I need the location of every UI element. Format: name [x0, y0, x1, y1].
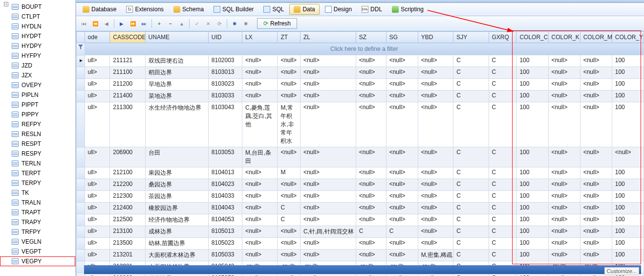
- tab-database[interactable]: Database: [78, 4, 121, 15]
- sidebar-item-pippt[interactable]: +PIPPT: [0, 100, 75, 110]
- cell-zt[interactable]: <null>: [278, 191, 301, 203]
- cell-sz[interactable]: <null>: [356, 250, 386, 261]
- cell-m[interactable]: <null>: [580, 179, 612, 191]
- cell-uname[interactable]: 大面积灌木林边界: [145, 250, 208, 261]
- cell-uid[interactable]: 8103023: [208, 79, 242, 91]
- commit-button[interactable]: ✓: [192, 19, 202, 28]
- cell-sjy[interactable]: C: [453, 214, 489, 226]
- sidebar-item-trapy[interactable]: +TRAPY: [0, 217, 75, 227]
- cell-c[interactable]: 100: [516, 91, 548, 102]
- sidebar-item-boupt[interactable]: +BOUPT: [0, 2, 75, 12]
- cell-c[interactable]: 100: [516, 191, 548, 203]
- cell-uid[interactable]: 8105013: [208, 226, 242, 238]
- cell-sjy[interactable]: C: [453, 226, 489, 238]
- cell-zt[interactable]: <null>: [278, 67, 301, 79]
- cell-k[interactable]: <null>: [548, 191, 580, 203]
- cell-lx[interactable]: C,菱角,莲藕,茭白,其他: [242, 102, 278, 147]
- column-header-color_y[interactable]: COLOR_Y: [612, 32, 644, 43]
- delete-row-button[interactable]: −: [166, 19, 175, 28]
- column-header-color_k[interactable]: COLOR_K: [548, 32, 580, 43]
- cell-y[interactable]: 100: [612, 91, 644, 102]
- cell-y[interactable]: 100: [612, 238, 644, 250]
- cell-uid[interactable]: 8102003: [208, 55, 242, 67]
- sidebar-item-jzd[interactable]: +JZD: [0, 61, 75, 70]
- cell-k[interactable]: <null>: [548, 167, 580, 179]
- cell-ybd[interactable]: <null>: [418, 167, 453, 179]
- cell-uid[interactable]: 8103043: [208, 102, 242, 147]
- table-row[interactable]: ull>213201大面积灌木林边界8105033<null><null><nu…: [77, 250, 644, 261]
- tab-sql-builder[interactable]: SQL Builder: [209, 4, 258, 15]
- cell-zl[interactable]: <null>: [300, 238, 356, 250]
- cell-c[interactable]: 100: [516, 147, 548, 167]
- cell-lx[interactable]: <null>: [242, 179, 278, 191]
- sidebar-item-jzx[interactable]: +JZX: [0, 70, 75, 80]
- cell-uid[interactable]: 8103053: [208, 147, 242, 167]
- cell-zl[interactable]: <null>: [300, 191, 356, 203]
- cell-ybd[interactable]: <null>: [418, 91, 453, 102]
- cell-m[interactable]: <null>: [580, 214, 612, 226]
- cell-casscode[interactable]: 212500: [110, 214, 145, 226]
- table-row[interactable]: ull>211400菜地边界8103033<null><null><null><…: [77, 91, 644, 102]
- cell-ybd[interactable]: <null>: [418, 191, 453, 203]
- cell-lx[interactable]: <null>: [242, 238, 278, 250]
- cell-ode[interactable]: ull>: [85, 250, 110, 261]
- cell-sg[interactable]: <null>: [386, 67, 418, 79]
- cell-zt[interactable]: <null>: [278, 79, 301, 91]
- cell-lx[interactable]: <null>: [242, 226, 278, 238]
- tab-sql[interactable]: SQL: [259, 4, 288, 15]
- filter-placeholder[interactable]: Click here to define a filter: [85, 43, 644, 55]
- cell-c[interactable]: 100: [516, 55, 548, 67]
- cell-uid[interactable]: 8104023: [208, 179, 242, 191]
- cell-gxrq[interactable]: C: [489, 167, 516, 179]
- cell-y[interactable]: 100: [612, 214, 644, 226]
- column-header-casscode[interactable]: CASSCODE: [110, 32, 145, 43]
- cell-zl[interactable]: C,针,阔,针阔混交林: [300, 226, 356, 238]
- sidebar-item-terpy[interactable]: +TERPY: [0, 178, 75, 188]
- nav-prev-button[interactable]: ◀: [102, 19, 111, 28]
- sidebar-item-vegln[interactable]: +VEGLN: [0, 237, 75, 247]
- cell-y[interactable]: 100: [612, 203, 644, 214]
- cell-m[interactable]: <null>: [580, 67, 612, 79]
- cell-c[interactable]: 100: [516, 226, 548, 238]
- cell-sg[interactable]: <null>: [386, 91, 418, 102]
- column-header-uname[interactable]: UNAME: [145, 32, 208, 43]
- cell-casscode[interactable]: 211100: [110, 67, 145, 79]
- cell-ode[interactable]: ull>: [85, 91, 110, 102]
- cell-uname[interactable]: 成林边界: [145, 226, 208, 238]
- cell-m[interactable]: <null>: [580, 226, 612, 238]
- sidebar-item-vegpt[interactable]: +VEGPT: [0, 247, 75, 256]
- tab-data[interactable]: Data: [289, 4, 319, 15]
- tab-extensions[interactable]: fxExtensions: [122, 4, 168, 15]
- cell-casscode[interactable]: 211400: [110, 91, 145, 102]
- column-header-ode[interactable]: ode: [85, 32, 110, 43]
- cell-casscode[interactable]: 212300: [110, 191, 145, 203]
- cell-c[interactable]: 100: [516, 250, 548, 261]
- cell-gxrq[interactable]: C: [489, 67, 516, 79]
- cell-k[interactable]: <null>: [548, 226, 580, 238]
- cell-zt[interactable]: M: [278, 167, 301, 179]
- cell-sg[interactable]: <null>: [386, 147, 418, 167]
- cell-sz[interactable]: <null>: [356, 191, 386, 203]
- cell-sz[interactable]: <null>: [356, 79, 386, 91]
- cell-sjy[interactable]: C: [453, 55, 489, 67]
- cell-y[interactable]: <null>: [612, 147, 644, 167]
- cell-uid[interactable]: 8105023: [208, 238, 242, 250]
- cell-uname[interactable]: 稻田边界: [145, 67, 208, 79]
- table-row[interactable]: ull>212400橡胶园边界8104043<null>C<null><null…: [77, 203, 644, 214]
- cell-c[interactable]: 100: [516, 238, 548, 250]
- cell-casscode[interactable]: 213100: [110, 226, 145, 238]
- cell-ode[interactable]: ull>: [85, 55, 110, 67]
- cell-ybd[interactable]: <null>: [418, 55, 453, 67]
- sidebar-item-hydln[interactable]: +HYDLN: [0, 22, 75, 31]
- sidebar-item-traln[interactable]: +TRALN: [0, 198, 75, 207]
- cell-k[interactable]: <null>: [548, 67, 580, 79]
- sidebar-item-pipln[interactable]: +PIPLN: [0, 90, 75, 100]
- cell-c[interactable]: 100: [516, 214, 548, 226]
- table-row[interactable]: ull>213100成林边界8105013<null><null>C,针,阔,针…: [77, 226, 644, 238]
- cell-uname[interactable]: 双线田埂右边: [145, 55, 208, 67]
- table-row[interactable]: ull>211100稻田边界8103013<null><null><null><…: [77, 67, 644, 79]
- cell-lx[interactable]: <null>: [242, 55, 278, 67]
- cell-gxrq[interactable]: C: [489, 102, 516, 147]
- cell-sz[interactable]: <null>: [356, 102, 386, 147]
- cell-y[interactable]: 100: [612, 167, 644, 179]
